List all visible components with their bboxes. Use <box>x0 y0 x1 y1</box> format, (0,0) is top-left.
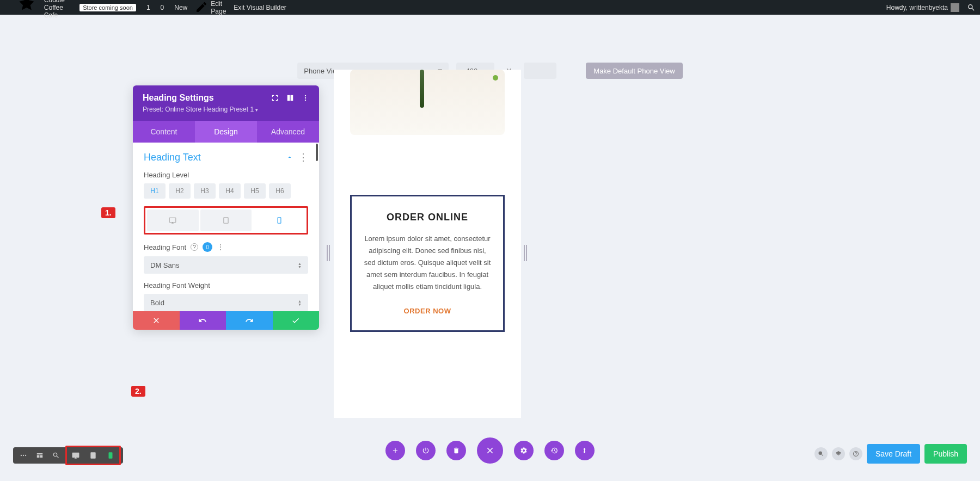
history-button[interactable] <box>544 441 564 460</box>
panel-tabs: Content Design Advanced <box>133 121 319 143</box>
layers-button[interactable] <box>832 447 845 460</box>
scrollbar[interactable] <box>316 144 318 161</box>
heading-h2[interactable]: H2 <box>169 183 191 199</box>
comments[interactable]: 0 <box>158 4 164 11</box>
confirm-button[interactable] <box>273 311 320 330</box>
responsive-device-picker <box>144 206 308 235</box>
admin-search-icon[interactable] <box>967 3 976 12</box>
svg-point-5 <box>25 455 26 456</box>
help-button[interactable] <box>849 447 862 460</box>
tab-content[interactable]: Content <box>133 121 195 143</box>
tab-design[interactable]: Design <box>195 121 257 143</box>
heading-font-weight-label: Heading Font Weight <box>144 281 308 289</box>
heading-h4[interactable]: H4 <box>219 183 241 199</box>
new-content[interactable]: New <box>171 4 187 11</box>
save-draft-button[interactable]: Save Draft <box>867 444 920 464</box>
heading-settings-panel: Heading Settings Preset: Online Store He… <box>133 85 319 330</box>
bottom-action-bar <box>385 437 595 464</box>
svg-point-0 <box>305 95 306 96</box>
tablet-view-icon[interactable] <box>84 447 102 464</box>
user-greeting[interactable]: Howdy, writtenbyekta <box>886 3 959 12</box>
wireframe-icon[interactable] <box>32 447 48 464</box>
card-body-text: Lorem ipsum dolor sit amet, consectetur … <box>363 233 492 293</box>
svg-point-2 <box>305 100 306 101</box>
heading-font-weight-select[interactable]: Bold ▲▼ <box>144 294 308 311</box>
avatar-icon <box>951 3 959 12</box>
bottom-view-toolbar <box>13 447 123 464</box>
section-title-text: Heading Text <box>144 152 201 163</box>
panel-header[interactable]: Heading Settings Preset: Online Store He… <box>133 85 319 121</box>
store-status-badge[interactable]: Store coming soon <box>79 4 136 11</box>
select-arrows-icon: ▲▼ <box>298 262 302 268</box>
preset-dropdown[interactable]: Preset: Online Store Heading Preset 1 <box>143 106 309 113</box>
heading-level-label: Heading Level <box>144 171 308 179</box>
close-panel-button[interactable] <box>477 437 503 464</box>
viewport-height-input[interactable] <box>524 63 556 79</box>
heading-h1[interactable]: H1 <box>144 183 166 199</box>
svg-point-4 <box>23 455 24 456</box>
heading-h6[interactable]: H6 <box>269 183 291 199</box>
new-label: New <box>174 4 187 11</box>
section-more-icon[interactable]: ⋮ <box>298 151 308 163</box>
section-heading-text[interactable]: Heading Text ⋮ <box>144 151 308 163</box>
wp-admin-bar: Cuddle Coffee Cafe Store coming soon 1 0… <box>0 0 980 15</box>
heading-font-label: Heading Font <box>144 243 186 251</box>
split-icon[interactable] <box>286 94 294 102</box>
select-arrows-icon: ▲▼ <box>298 300 302 306</box>
phone-preview: ORDER ONLINE Lorem ipsum dolor sit amet,… <box>334 70 521 418</box>
power-button[interactable] <box>416 441 436 460</box>
phone-option[interactable] <box>253 209 305 231</box>
card-heading: ORDER ONLINE <box>363 212 492 223</box>
help-icon[interactable]: ? <box>191 243 198 251</box>
exit-visual-builder[interactable]: Exit Visual Builder <box>234 4 286 11</box>
more-icon[interactable] <box>302 94 309 102</box>
heading-font-weight-value: Bold <box>150 299 164 307</box>
tablet-option[interactable] <box>200 209 252 231</box>
zoom-icon[interactable] <box>48 447 64 464</box>
cancel-button[interactable] <box>133 311 180 330</box>
settings-button[interactable] <box>514 441 534 460</box>
preview-hero-image <box>350 70 505 135</box>
make-default-button[interactable]: Make Default Phone View <box>586 63 682 79</box>
resize-handle-left[interactable] <box>327 245 331 261</box>
heading-font-value: DM Sans <box>150 261 179 269</box>
heading-h3[interactable]: H3 <box>194 183 216 199</box>
updates-count: 1 <box>146 4 150 11</box>
edit-page[interactable]: Edit Page <box>195 0 226 15</box>
svg-point-1 <box>305 97 306 98</box>
undo-button[interactable] <box>180 311 226 330</box>
device-switcher <box>65 446 121 465</box>
desktop-option[interactable] <box>147 209 199 231</box>
annotation-2: 2. <box>131 386 145 397</box>
heading-font-select[interactable]: DM Sans ▲▼ <box>144 256 308 274</box>
menu-icon[interactable] <box>15 447 32 464</box>
heading-h5[interactable]: H5 <box>244 183 266 199</box>
desktop-view-icon[interactable] <box>67 447 84 464</box>
heading-level-picker: H1 H2 H3 H4 H5 H6 <box>144 183 308 199</box>
bottom-right-actions: Save Draft Publish <box>814 444 967 464</box>
edit-page-label: Edit Page <box>211 0 226 15</box>
panel-body: Heading Text ⋮ Heading Level H1 H2 H3 H4… <box>133 143 319 311</box>
tab-advanced[interactable]: Advanced <box>257 121 319 143</box>
add-button[interactable] <box>385 441 405 460</box>
phone-badge-icon[interactable] <box>203 242 212 252</box>
updates[interactable]: 1 <box>144 4 150 11</box>
panel-title: Heading Settings <box>143 93 214 103</box>
svg-point-3 <box>21 455 22 456</box>
search-button[interactable] <box>814 447 828 460</box>
howdy-text: Howdy, writtenbyekta <box>886 4 948 11</box>
panel-footer <box>133 311 319 330</box>
redo-button[interactable] <box>226 311 273 330</box>
swap-button[interactable] <box>575 441 595 460</box>
resize-handle-right[interactable] <box>524 245 528 261</box>
publish-button[interactable]: Publish <box>924 444 967 464</box>
chevron-up-icon[interactable] <box>286 152 293 163</box>
annotation-1: 1. <box>101 207 115 218</box>
delete-button[interactable] <box>446 441 466 460</box>
expand-icon[interactable] <box>271 94 279 102</box>
phone-view-icon[interactable] <box>102 447 119 464</box>
order-now-link[interactable]: ORDER NOW <box>363 307 492 315</box>
exit-vb-label: Exit Visual Builder <box>234 4 286 11</box>
order-online-card: ORDER ONLINE Lorem ipsum dolor sit amet,… <box>350 195 505 332</box>
font-more-icon[interactable]: ⋮ <box>217 243 224 251</box>
